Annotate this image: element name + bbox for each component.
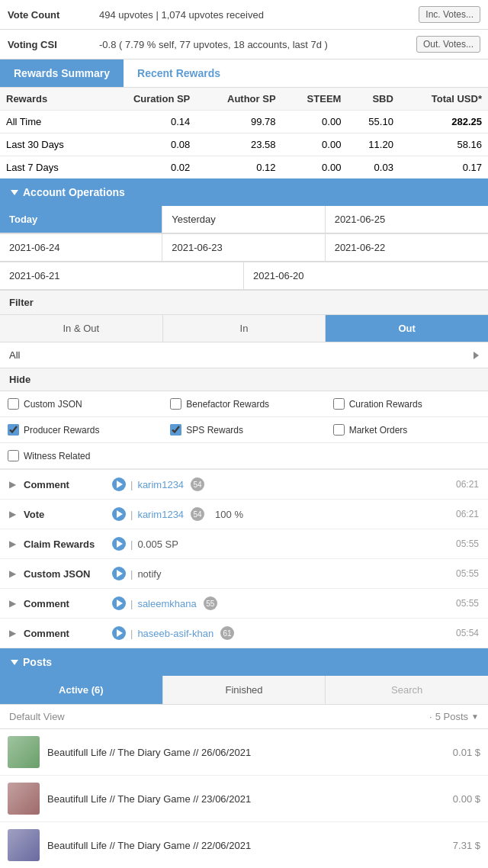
op-play-button[interactable]	[112, 596, 126, 610]
op-expand-icon[interactable]: ▶	[9, 628, 16, 638]
date-yesterday[interactable]: Yesterday	[162, 206, 325, 233]
filter-in-out-tab[interactable]: In & Out	[0, 315, 163, 342]
rewards-table-header-row: Rewards Curation SP Author SP STEEM SBD …	[0, 88, 488, 111]
market-orders-label: Market Orders	[349, 425, 408, 436]
op-play-button[interactable]	[112, 507, 126, 521]
producer-rewards-checkbox[interactable]	[8, 424, 19, 436]
date-2021-06-24[interactable]: 2021-06-24	[0, 234, 162, 262]
op-expand-icon[interactable]: ▶	[9, 598, 16, 609]
date-grid-row2: 2021-06-24 2021-06-23 2021-06-22	[0, 234, 488, 262]
rewards-summary-tab[interactable]: Rewards Summary	[0, 59, 124, 87]
op-pipe: |	[130, 509, 133, 520]
op-expand-icon[interactable]: ▶	[9, 568, 16, 579]
post-item-0[interactable]: Beautifull Life // The Diary Game // 26/…	[0, 729, 488, 776]
op-type-label: Vote	[24, 509, 108, 520]
rewards-row-total: 0.17	[400, 156, 488, 179]
date-today[interactable]: Today	[0, 206, 162, 233]
op-expand-icon[interactable]: ▶	[9, 479, 16, 490]
op-time: 05:54	[456, 628, 479, 638]
checkbox-witness-related: Witness Related	[0, 443, 488, 469]
custom-json-label: Custom JSON	[24, 399, 82, 410]
op-link[interactable]: karim1234	[137, 509, 184, 520]
posts-chevron-icon	[11, 660, 18, 665]
post-item-1[interactable]: Beautifull Life // The Diary Game // 23/…	[0, 776, 488, 822]
all-select-dropdown[interactable]: All	[0, 342, 488, 368]
posts-finished-tab[interactable]: Finished	[163, 676, 326, 704]
rewards-row-sbd: 0.03	[347, 156, 400, 179]
op-type-label: Claim Rewards	[24, 538, 108, 550]
custom-json-checkbox[interactable]	[8, 398, 19, 410]
rewards-row-0: All Time 0.14 99.78 0.00 55.10 282.25	[0, 111, 488, 133]
rewards-row-2: Last 7 Days 0.02 0.12 0.00 0.03 0.17	[0, 156, 488, 179]
market-orders-checkbox[interactable]	[333, 424, 345, 436]
rewards-row-author: 23.58	[196, 133, 281, 156]
op-play-button[interactable]	[112, 477, 126, 491]
producer-rewards-label: Producer Rewards	[24, 425, 99, 436]
rewards-row-author: 99.78	[196, 111, 281, 133]
operation-item-5: ▶ Comment | haseeb-asif-khan 61 05:54	[0, 619, 488, 648]
hide-label: Hide	[0, 368, 488, 391]
op-play-button[interactable]	[112, 537, 126, 551]
account-operations-title: Account Operations	[23, 186, 125, 198]
rewards-row-curation: 0.14	[99, 111, 197, 133]
sps-rewards-checkbox[interactable]	[170, 424, 181, 436]
dot-icon: ·	[429, 711, 432, 722]
op-type-label: Comment	[24, 598, 108, 609]
op-play-button[interactable]	[112, 567, 126, 580]
date-grid-row3: 2021-06-21 2021-06-20	[0, 262, 488, 291]
date-2021-06-23[interactable]: 2021-06-23	[162, 234, 325, 262]
op-link[interactable]: saleemkhana	[137, 598, 196, 609]
posts-search-tab[interactable]: Search	[326, 676, 488, 704]
op-badge: 55	[204, 596, 217, 610]
posts-tabs: Active (6) Finished Search	[0, 676, 488, 705]
filter-in-tab[interactable]: In	[163, 315, 326, 342]
rewards-row-label: All Time	[0, 111, 99, 133]
date-2021-06-21[interactable]: 2021-06-21	[0, 262, 244, 290]
date-2021-06-22[interactable]: 2021-06-22	[326, 234, 488, 262]
operation-item-2: ▶ Claim Rewards | 0.005 SP 05:55	[0, 529, 488, 559]
vote-count-label: Vote Count	[8, 9, 99, 21]
op-pipe: |	[130, 628, 133, 639]
checkbox-grid: Custom JSON Benefactor Rewards Curation …	[0, 391, 488, 443]
account-operations-header: Account Operations	[0, 178, 488, 206]
checkbox-custom-json: Custom JSON	[0, 391, 162, 417]
date-2021-06-20[interactable]: 2021-06-20	[244, 262, 488, 290]
benefactor-rewards-checkbox[interactable]	[170, 398, 181, 410]
op-expand-icon[interactable]: ▶	[9, 509, 16, 519]
op-play-button[interactable]	[112, 626, 126, 640]
op-link[interactable]: haseeb-asif-khan	[137, 628, 214, 639]
rewards-row-label: Last 7 Days	[0, 156, 99, 179]
op-time: 06:21	[456, 509, 479, 519]
rewards-row-curation: 0.08	[99, 133, 197, 156]
out-votes-button[interactable]: Out. Votes...	[416, 36, 480, 53]
posts-options: Default View · 5 Posts ▼	[0, 705, 488, 729]
post-price: 0.00 $	[453, 793, 480, 805]
inc-votes-button[interactable]: Inc. Votes...	[419, 6, 480, 23]
op-expand-icon[interactable]: ▶	[9, 538, 16, 549]
col-curation-sp: Curation SP	[99, 88, 197, 111]
col-author-sp: Author SP	[196, 88, 281, 111]
rewards-row-sbd: 55.10	[347, 111, 400, 133]
curation-rewards-checkbox[interactable]	[333, 398, 345, 410]
post-title: Beautifull Life // The Diary Game // 23/…	[47, 793, 445, 805]
curation-rewards-label: Curation Rewards	[349, 399, 422, 410]
posts-view-label: Default View	[9, 711, 65, 722]
voting-csi-row: Voting CSI -0.8 ( 7.79 % self, 77 upvote…	[0, 30, 488, 59]
witness-related-checkbox[interactable]	[8, 450, 19, 461]
chevron-down-icon-posts: ▼	[471, 712, 479, 721]
filter-label: Filter	[0, 291, 488, 315]
recent-rewards-tab[interactable]: Recent Rewards	[124, 59, 234, 87]
post-price: 7.31 $	[453, 840, 480, 851]
date-2021-06-25[interactable]: 2021-06-25	[326, 206, 488, 233]
post-thumbnail	[8, 783, 40, 815]
rewards-row-total: 282.25	[400, 111, 488, 133]
op-extra: 100 %	[215, 509, 243, 520]
filter-out-tab[interactable]: Out	[326, 315, 488, 342]
op-link[interactable]: karim1234	[137, 479, 184, 490]
checkbox-market-orders: Market Orders	[326, 417, 488, 443]
op-pipe: |	[130, 598, 133, 609]
posts-active-tab[interactable]: Active (6)	[0, 676, 163, 704]
post-item-2[interactable]: Beautifull Life // The Diary Game // 22/…	[0, 822, 488, 868]
all-select-label: All	[9, 349, 20, 361]
checkbox-producer-rewards: Producer Rewards	[0, 417, 162, 443]
